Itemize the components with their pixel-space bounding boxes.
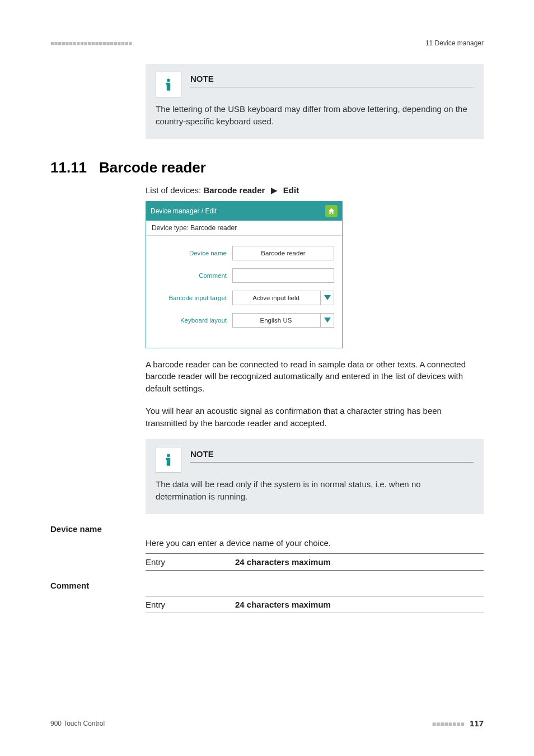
barcode-target-select[interactable]: Active input field xyxy=(232,291,334,305)
note-body: The data will be read only if the system… xyxy=(156,478,474,503)
paragraph-2: You will hear an acoustic signal as conf… xyxy=(146,405,484,430)
note-body: The lettering of the USB keyboard may di… xyxy=(156,103,474,128)
page-header: ■■■■■■■■■■■■■■■■■■■■■■ 11 Device manager xyxy=(50,39,484,47)
svg-point-5 xyxy=(167,454,170,458)
page-footer: 900 Touch Control ■■■■■■■■ 117 xyxy=(50,718,484,728)
entry-label: Entry xyxy=(146,600,235,609)
info-icon xyxy=(156,72,181,97)
note-title: NOTE xyxy=(190,74,474,87)
breadcrumb: List of devices: Barcode reader ▶ Edit xyxy=(146,185,484,195)
chevron-down-icon xyxy=(320,314,334,327)
footer-product: 900 Touch Control xyxy=(50,720,105,727)
comment-entry-row: Entry 24 characters maximum xyxy=(146,596,484,613)
info-icon xyxy=(156,447,181,473)
comment-input[interactable] xyxy=(232,268,334,283)
note-title: NOTE xyxy=(190,449,474,463)
keyboard-layout-select[interactable]: English US xyxy=(232,313,334,328)
footer-dashes: ■■■■■■■■ xyxy=(432,720,465,728)
device-name-input[interactable]: Barcode reader xyxy=(232,246,334,260)
header-chapter: 11 Device manager xyxy=(425,39,484,47)
dialog-title: Device manager / Edit xyxy=(151,207,217,215)
device-name-entry-row: Entry 24 characters maximum xyxy=(146,553,484,571)
svg-marker-3 xyxy=(324,295,331,300)
dialog-subhead: Device type: Barcode reader xyxy=(146,221,342,236)
svg-marker-4 xyxy=(324,318,331,323)
section-title: Barcode reader xyxy=(99,159,206,176)
device-name-label: Device name xyxy=(154,250,232,256)
home-button[interactable] xyxy=(325,205,338,217)
device-edit-dialog: Device manager / Edit Device type: Barco… xyxy=(146,201,343,348)
entry-value: 24 characters maximum xyxy=(235,557,331,567)
breadcrumb-sep: ▶ xyxy=(271,185,278,195)
breadcrumb-item1: Barcode reader xyxy=(203,185,265,195)
field-device-name-desc: Here you can enter a device name of your… xyxy=(146,538,484,548)
note-box-readstatus: NOTE The data will be read only if the s… xyxy=(146,439,484,514)
barcode-target-label: Barcode input target xyxy=(154,295,232,301)
entry-label: Entry xyxy=(146,557,235,567)
keyboard-layout-label: Keyboard layout xyxy=(154,317,232,324)
breadcrumb-item2: Edit xyxy=(283,185,299,195)
field-device-name-heading: Device name xyxy=(50,524,484,534)
svg-rect-7 xyxy=(166,458,167,460)
dialog-titlebar: Device manager / Edit xyxy=(146,202,342,221)
chevron-down-icon xyxy=(320,291,334,305)
field-comment-heading: Comment xyxy=(50,581,484,590)
comment-label: Comment xyxy=(154,272,232,279)
section-number: 11.11 xyxy=(50,159,87,176)
paragraph-1: A barcode reader can be connected to rea… xyxy=(146,358,484,395)
header-dashes: ■■■■■■■■■■■■■■■■■■■■■■ xyxy=(50,40,132,46)
note-box-keyboard: NOTE The lettering of the USB keyboard m… xyxy=(146,64,484,139)
svg-point-0 xyxy=(167,79,170,82)
svg-rect-2 xyxy=(166,83,167,85)
section-heading: 11.11 Barcode reader xyxy=(50,159,484,176)
page-number: 117 xyxy=(470,718,484,728)
entry-value: 24 characters maximum xyxy=(235,600,331,609)
breadcrumb-prefix: List of devices: xyxy=(146,185,203,195)
